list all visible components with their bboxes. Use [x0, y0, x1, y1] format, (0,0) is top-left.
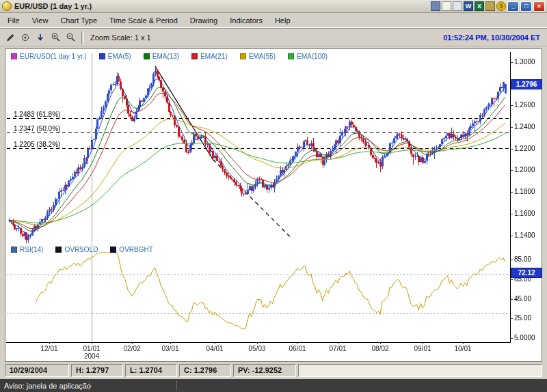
- status-close: C: 1.2796: [179, 364, 231, 377]
- title-bar[interactable]: EUR/USD (1 day 1 yr.) WX$ _ □ ×: [0, 0, 547, 13]
- legend-swatch: [55, 247, 62, 253]
- toolbar-separator: [81, 31, 84, 44]
- legend-label: OVRBGHT: [119, 246, 152, 253]
- chart-legend: EUR/USD(1 day 1 yr.)EMA(5)EMA(13)EMA(21)…: [11, 53, 328, 60]
- legend-swatch: [144, 53, 150, 59]
- coin-icon[interactable]: $: [496, 1, 506, 11]
- mail-icon[interactable]: [485, 1, 495, 11]
- menu-item-file[interactable]: File: [1, 14, 26, 27]
- status-bar: 10/29/2004 H: 1.2797 L: 1.2704 C: 1.2796…: [5, 364, 542, 377]
- status-date: 10/29/2004: [5, 364, 69, 377]
- pencil-tool-button[interactable]: [3, 31, 18, 44]
- menu-item-indicators[interactable]: Indicators: [224, 14, 269, 27]
- legend-swatch: [191, 53, 198, 59]
- menu-item-view[interactable]: View: [26, 14, 55, 27]
- legend-label: EMA(21): [200, 53, 227, 60]
- zoom-out-icon: [66, 32, 76, 42]
- legend-item: OVRBGHT: [110, 246, 152, 253]
- status-low: L: 1.2704: [125, 364, 177, 377]
- rsi-legend: RSI(14)OVRSOLDOVRBGHT: [11, 246, 153, 253]
- legend-item: EMA(55): [240, 53, 276, 60]
- circle-dot-icon: [21, 33, 30, 42]
- statusbar-divider: [176, 380, 177, 391]
- legend-swatch: [110, 247, 116, 253]
- legend-item: EUR/USD(1 day 1 yr.): [11, 53, 87, 60]
- notepad-icon[interactable]: [442, 1, 451, 11]
- menu-item-time-scale-period[interactable]: Time Scale & Period: [103, 14, 184, 27]
- legend-label: EMA(100): [297, 53, 328, 60]
- statusbar-divider: [89, 380, 90, 391]
- legend-label: EMA(13): [152, 53, 179, 60]
- legend-item: RSI(14): [11, 246, 43, 253]
- menu-bar: File View Chart Type Time Scale & Period…: [0, 13, 547, 28]
- clock-display: 01:52:24 PM, 10/30/2004 ET: [443, 33, 540, 42]
- legend-label: EUR/USD(1 day 1 yr.): [20, 53, 87, 60]
- arrow-tool-button[interactable]: [33, 31, 48, 44]
- legend-item: EMA(13): [144, 53, 179, 60]
- maximize-button[interactable]: □: [520, 1, 532, 12]
- pencil-icon: [5, 33, 15, 42]
- down-arrow-icon: [36, 33, 45, 42]
- minimize-button[interactable]: _: [507, 1, 519, 12]
- chart-tool-icon[interactable]: [431, 1, 440, 11]
- zoom-out-button[interactable]: [63, 31, 78, 44]
- legend-label: OVRSOLD: [64, 246, 98, 253]
- app-coin-icon: [2, 1, 12, 11]
- legend-label: EMA(55): [249, 53, 276, 60]
- application-window: EUR/USD (1 day 1 yr.) WX$ _ □ × File Vie…: [0, 0, 547, 392]
- menu-item-help[interactable]: Help: [269, 14, 297, 27]
- word-icon[interactable]: W: [464, 1, 473, 11]
- documents-icon[interactable]: [453, 1, 462, 11]
- horizontal-scrollbar[interactable]: [298, 364, 542, 377]
- zoom-scale-label: Zoom Scale: 1 x 1: [90, 33, 151, 42]
- legend-swatch: [11, 247, 17, 253]
- system-status-text: Aviso: janela de aplicação: [4, 382, 91, 390]
- legend-item: EMA(21): [191, 53, 227, 60]
- legend-item: EMA(5): [99, 53, 131, 60]
- window-title: EUR/USD (1 day 1 yr.): [14, 2, 92, 10]
- legend-swatch: [288, 53, 294, 59]
- chart-panel: EUR/USD(1 day 1 yr.)EMA(5)EMA(13)EMA(21)…: [5, 48, 542, 362]
- price-chart-canvas[interactable]: [5, 49, 542, 361]
- zoom-in-button[interactable]: [48, 31, 63, 44]
- close-button[interactable]: ×: [533, 1, 545, 12]
- status-pivot: PV: -12.9252: [233, 364, 296, 377]
- legend-item: EMA(100): [288, 53, 328, 60]
- legend-swatch: [11, 53, 17, 59]
- marker-tool-button[interactable]: [18, 31, 33, 44]
- tool-bar: Zoom Scale: 1 x 1 01:52:24 PM, 10/30/200…: [0, 28, 547, 46]
- status-high: H: 1.2797: [71, 364, 123, 377]
- legend-swatch: [240, 53, 246, 59]
- zoom-in-icon: [51, 32, 61, 42]
- legend-swatch: [99, 53, 105, 59]
- menu-item-chart-type[interactable]: Chart Type: [54, 14, 103, 27]
- excel-icon[interactable]: X: [475, 1, 484, 11]
- legend-item: OVRSOLD: [55, 246, 98, 253]
- titlebar-tray: WX$: [431, 1, 506, 11]
- legend-label: EMA(5): [108, 53, 131, 60]
- menu-item-drawing[interactable]: Drawing: [184, 14, 224, 27]
- legend-label: RSI(14): [20, 246, 43, 253]
- system-status-bar: Aviso: janela de aplicação: [0, 379, 547, 392]
